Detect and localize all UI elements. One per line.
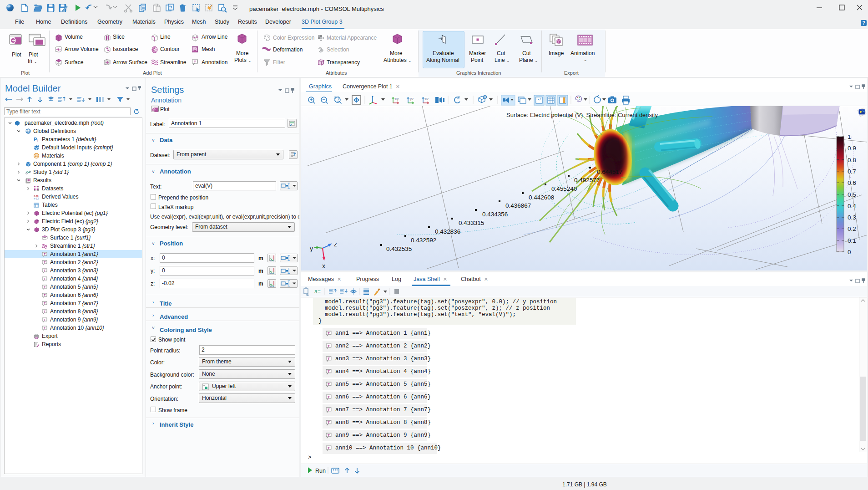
svg-text:P: P — [34, 137, 37, 142]
svg-text:0.432836: 0.432836 — [435, 228, 460, 235]
svg-text:Run: Run — [315, 468, 326, 474]
svg-text:Surface: Electric potential (V: Surface: Electric potential (V) Streamli… — [506, 112, 658, 118]
svg-text:e-12: e-12 — [34, 197, 39, 200]
svg-text:z: z — [334, 240, 337, 248]
svg-text:0.3: 0.3 — [848, 214, 856, 221]
svg-text:0.6: 0.6 — [848, 179, 856, 186]
svg-text:0.434356: 0.434356 — [482, 211, 508, 218]
svg-text:y: y — [310, 245, 313, 252]
svg-text:0.8: 0.8 — [848, 157, 856, 163]
svg-text:0.432592: 0.432592 — [411, 237, 436, 244]
svg-text:i: i — [37, 138, 38, 143]
svg-text:0.492577: 0.492577 — [574, 177, 600, 184]
svg-text:0.1: 0.1 — [848, 237, 856, 244]
svg-text:0.442608: 0.442608 — [529, 194, 554, 201]
svg-text:xz: xz — [425, 97, 429, 101]
svg-text:0.455240: 0.455240 — [551, 185, 577, 192]
svg-text:0.432535: 0.432535 — [386, 245, 412, 252]
svg-text:1: 1 — [848, 133, 851, 140]
svg-text:0.4: 0.4 — [848, 203, 856, 209]
svg-text:a=: a= — [314, 288, 321, 295]
svg-text:0.436867: 0.436867 — [505, 202, 531, 209]
svg-text:0.9: 0.9 — [848, 145, 856, 152]
svg-text:0.5: 0.5 — [848, 191, 856, 198]
svg-text:0.7: 0.7 — [848, 168, 856, 175]
svg-text:0: 0 — [848, 249, 851, 255]
svg-text:0.644517: 0.644517 — [597, 168, 622, 175]
svg-text:0.433315: 0.433315 — [459, 219, 484, 226]
svg-text:x: x — [322, 262, 325, 270]
svg-text:xy: xy — [395, 97, 399, 101]
svg-text:yz: yz — [410, 97, 414, 101]
svg-text:0.2: 0.2 — [848, 225, 856, 232]
